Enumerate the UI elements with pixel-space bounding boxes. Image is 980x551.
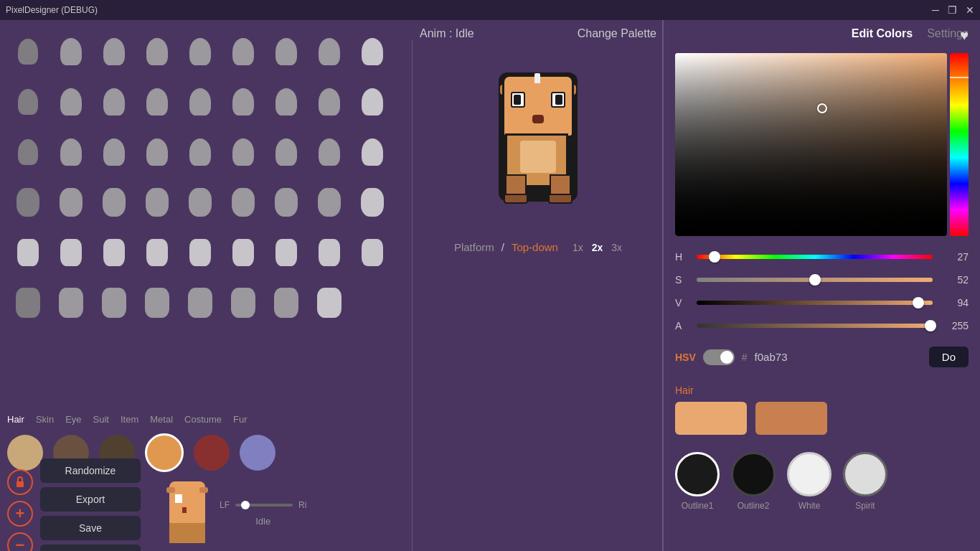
topdown-label[interactable]: Top-down <box>512 241 558 253</box>
h-thumb[interactable] <box>709 251 720 263</box>
favorite-button[interactable]: ♥ <box>960 27 969 44</box>
scale-3x[interactable]: 3x <box>611 242 622 253</box>
swatch-4[interactable] <box>145 433 184 472</box>
swatch-6[interactable] <box>240 435 275 471</box>
list-item[interactable] <box>352 128 393 176</box>
list-item[interactable] <box>93 128 135 176</box>
list-item[interactable] <box>50 128 92 176</box>
list-item[interactable] <box>222 128 264 176</box>
minimize-btn[interactable]: ─ <box>932 4 939 16</box>
s-slider[interactable] <box>697 278 933 282</box>
list-item[interactable] <box>7 278 49 327</box>
list-item[interactable] <box>179 27 221 76</box>
list-item[interactable] <box>7 128 49 176</box>
tab-hair[interactable]: Hair <box>7 414 24 425</box>
list-item[interactable] <box>222 77 264 126</box>
lock-icon-btn[interactable] <box>7 469 33 495</box>
hex-value[interactable]: f0ab73 <box>755 351 922 363</box>
list-item[interactable] <box>265 228 307 277</box>
do-button[interactable]: Do <box>929 347 969 367</box>
list-item[interactable] <box>93 228 135 277</box>
scale-2x[interactable]: 2x <box>592 242 603 253</box>
list-item[interactable] <box>50 278 92 327</box>
remove-icon-btn[interactable]: − <box>7 532 33 552</box>
list-item[interactable] <box>179 228 221 277</box>
list-item[interactable] <box>7 27 49 76</box>
list-item[interactable] <box>93 278 135 327</box>
list-item[interactable] <box>265 278 307 327</box>
color-picker-gradient[interactable] <box>675 53 947 236</box>
tab-suit[interactable]: Suit <box>93 414 109 425</box>
tab-skin[interactable]: Skin <box>36 414 54 425</box>
palette-btn[interactable]: Change Palette <box>578 27 656 40</box>
list-item[interactable] <box>352 178 393 227</box>
tab-fur[interactable]: Fur <box>233 414 248 425</box>
list-item[interactable] <box>222 178 264 227</box>
list-item[interactable] <box>352 77 393 126</box>
outline2-circle[interactable] <box>731 452 776 496</box>
tab-costume[interactable]: Costume <box>184 414 222 425</box>
exit-button[interactable]: Exit <box>40 545 141 552</box>
scale-1x[interactable]: 1x <box>573 242 583 253</box>
list-item[interactable] <box>265 27 307 76</box>
white-circle[interactable] <box>787 452 831 496</box>
window-controls[interactable]: ─ ❐ ✕ <box>932 4 974 16</box>
s-thumb[interactable] <box>809 274 821 286</box>
list-item[interactable] <box>136 278 178 327</box>
list-item[interactable] <box>308 278 350 327</box>
list-item[interactable] <box>179 278 221 327</box>
swatch-1[interactable] <box>7 435 43 471</box>
list-item[interactable] <box>222 278 264 327</box>
list-item[interactable] <box>179 77 221 126</box>
randomize-button[interactable]: Randomize <box>40 458 141 483</box>
tab-eye[interactable]: Eye <box>65 414 81 425</box>
tab-metal[interactable]: Metal <box>150 414 173 425</box>
export-button[interactable]: Export <box>40 487 141 512</box>
list-item[interactable] <box>265 128 307 176</box>
h-slider[interactable] <box>697 255 933 259</box>
list-item[interactable] <box>50 77 92 126</box>
list-item[interactable] <box>352 228 393 277</box>
list-item[interactable] <box>50 178 92 227</box>
list-item[interactable] <box>136 178 178 227</box>
add-icon-btn[interactable]: + <box>7 501 33 527</box>
list-item[interactable] <box>50 27 92 76</box>
list-item[interactable] <box>308 178 350 227</box>
list-item[interactable] <box>265 178 307 227</box>
list-item[interactable] <box>308 27 350 76</box>
a-slider[interactable] <box>697 324 933 328</box>
list-item[interactable] <box>308 77 350 126</box>
v-slider[interactable] <box>697 301 933 305</box>
list-item[interactable] <box>222 228 264 277</box>
list-item[interactable] <box>7 178 49 227</box>
list-item[interactable] <box>179 178 221 227</box>
lf-ri-slider[interactable]: LF Ri Idle <box>220 500 306 527</box>
color-picker[interactable] <box>675 53 969 236</box>
spirit-circle[interactable] <box>843 452 887 496</box>
list-item[interactable] <box>50 228 92 277</box>
tab-item[interactable]: Item <box>121 414 138 425</box>
list-item[interactable] <box>352 278 393 327</box>
v-thumb[interactable] <box>913 297 924 309</box>
hsv-toggle[interactable] <box>703 349 735 365</box>
save-button[interactable]: Save <box>40 516 141 540</box>
lf-slider[interactable] <box>235 504 293 507</box>
hue-bar[interactable] <box>950 53 969 236</box>
list-item[interactable] <box>352 27 393 76</box>
list-item[interactable] <box>93 77 135 126</box>
list-item[interactable] <box>308 228 350 277</box>
close-btn[interactable]: ✕ <box>966 4 974 16</box>
swatch-5[interactable] <box>194 435 230 471</box>
a-thumb[interactable] <box>925 320 936 331</box>
platform-label[interactable]: Platform <box>454 241 494 253</box>
list-item[interactable] <box>136 27 178 76</box>
list-item[interactable] <box>136 228 178 277</box>
outline1-circle[interactable] <box>675 452 720 496</box>
list-item[interactable] <box>93 27 135 76</box>
hair-swatch-1[interactable] <box>675 402 747 435</box>
list-item[interactable] <box>222 27 264 76</box>
list-item[interactable] <box>7 77 49 126</box>
list-item[interactable] <box>308 128 350 176</box>
list-item[interactable] <box>265 77 307 126</box>
list-item[interactable] <box>93 178 135 227</box>
